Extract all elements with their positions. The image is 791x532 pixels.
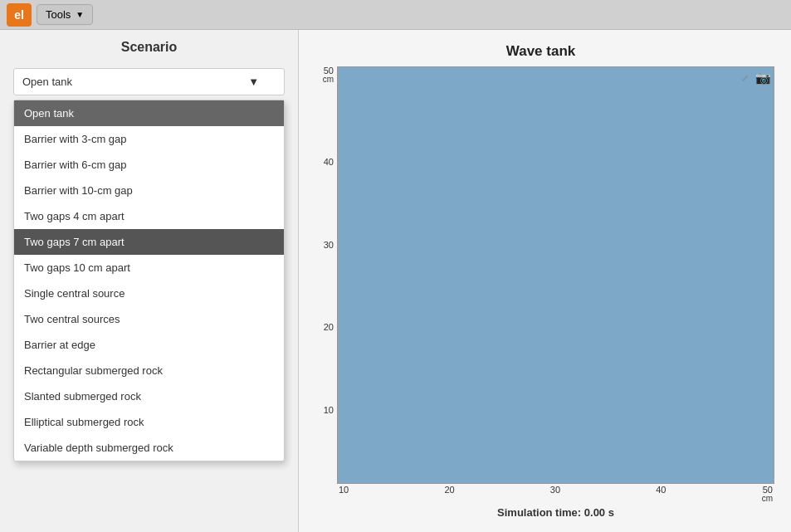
chart-inner: ⤢ 📷 [337, 66, 774, 484]
x-axis-ticks: 10 20 30 40 50 cm [337, 484, 774, 503]
chart-wrapper: 50 cm 40 30 20 10 0 ⤢ 📷 [307, 66, 774, 519]
scenario-dropdown-trigger[interactable]: Open tank ▼ [13, 68, 285, 95]
chart-controls: ⤢ 📷 [734, 67, 774, 89]
wave-tank: ⤢ 📷 [337, 66, 774, 484]
logo: el [7, 3, 32, 27]
x-tick-20: 20 [444, 486, 454, 503]
left-panel: Scenario Open tank ▼ Open tank Barrier w… [0, 30, 299, 532]
dropdown-item-barrier-6cm[interactable]: Barrier with 6-cm gap [14, 152, 284, 178]
scenario-dropdown-menu: Open tank Barrier with 3-cm gap Barrier … [13, 100, 285, 461]
tools-button[interactable]: Tools ▼ [37, 4, 93, 25]
scenario-dropdown-container: Open tank ▼ Open tank Barrier with 3-cm … [13, 68, 285, 95]
main-container: Scenario Open tank ▼ Open tank Barrier w… [0, 30, 791, 532]
chart-area: ⤢ 📷 10 20 30 40 50 cm [337, 66, 774, 519]
chevron-down-icon: ▼ [76, 10, 84, 19]
y-unit: cm [323, 76, 334, 84]
dropdown-chevron-icon: ▼ [248, 76, 259, 88]
dropdown-item-two-central-sources[interactable]: Two central sources [14, 306, 284, 332]
dropdown-item-single-central-source[interactable]: Single central source [14, 281, 284, 306]
dropdown-item-slanted-submerged-rock[interactable]: Slanted submerged rock [14, 383, 284, 409]
dropdown-item-two-gaps-7cm[interactable]: Two gaps 7 cm apart [14, 229, 284, 255]
chart-title: Wave tank [307, 43, 774, 60]
y-tick-20: 20 [324, 323, 334, 332]
expand-icon[interactable]: ⤢ [737, 71, 752, 85]
dropdown-selected-value: Open tank [22, 76, 72, 88]
dropdown-item-variable-depth-submerged-rock[interactable]: Variable depth submerged rock [14, 435, 284, 461]
x-unit: cm [762, 495, 773, 503]
simulation-time: Simulation time: 0.00 s [337, 506, 774, 519]
y-tick-40: 40 [324, 158, 334, 167]
dropdown-item-barrier-at-edge[interactable]: Barrier at edge [14, 332, 284, 358]
x-tick-30: 30 [550, 486, 560, 503]
dropdown-item-rectangular-submerged-rock[interactable]: Rectangular submerged rock [14, 358, 284, 383]
y-tick-30: 30 [324, 241, 334, 250]
x-tick-10: 10 [339, 486, 349, 503]
camera-icon[interactable]: 📷 [755, 71, 770, 85]
dropdown-item-open-tank[interactable]: Open tank [14, 100, 284, 126]
right-panel: Wave tank 50 cm 40 30 20 10 0 [299, 30, 791, 532]
dropdown-item-two-gaps-10cm[interactable]: Two gaps 10 cm apart [14, 255, 284, 281]
dropdown-item-barrier-3cm[interactable]: Barrier with 3-cm gap [14, 126, 284, 152]
dropdown-item-barrier-10cm[interactable]: Barrier with 10-cm gap [14, 178, 284, 203]
scenario-title: Scenario [13, 40, 285, 55]
y-tick-10: 10 [324, 406, 334, 415]
x-tick-40: 40 [656, 486, 666, 503]
dropdown-item-elliptical-submerged-rock[interactable]: Elliptical submerged rock [14, 409, 284, 435]
y-axis: 50 cm 40 30 20 10 0 [307, 66, 337, 519]
top-bar: el Tools ▼ [0, 0, 791, 30]
dropdown-item-two-gaps-4cm[interactable]: Two gaps 4 cm apart [14, 203, 284, 229]
